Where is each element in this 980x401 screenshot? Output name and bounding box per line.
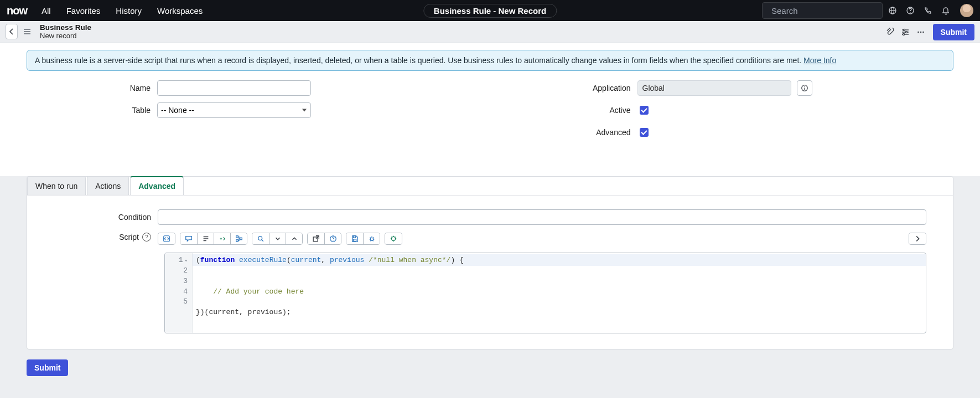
toolbar-run-icon[interactable]	[385, 233, 402, 244]
nav-all[interactable]: All	[35, 0, 58, 21]
help-icon[interactable]	[903, 3, 918, 18]
script-toolbar	[158, 233, 926, 245]
active-label: Active	[507, 106, 637, 115]
attachments-icon[interactable]	[882, 24, 898, 40]
script-editor[interactable]: 1▾ 2 3 4 5 (function executeRule(current…	[164, 253, 926, 333]
more-actions-icon[interactable]	[913, 24, 929, 40]
svg-rect-31	[236, 240, 238, 242]
application-info-icon[interactable]	[797, 80, 812, 96]
toolbar-chevron-up-icon[interactable]	[286, 233, 302, 244]
toolbar-help-icon[interactable]	[324, 233, 341, 244]
toolbar-vars-icon[interactable]	[214, 233, 230, 244]
svg-rect-32	[240, 238, 242, 240]
bell-icon[interactable]	[938, 3, 953, 18]
script-help-icon[interactable]: ?	[142, 233, 151, 241]
tabs-strip: When to run Actions Advanced	[27, 177, 953, 196]
nav-history[interactable]: History	[109, 0, 148, 21]
page-title-block: Business Rule New record	[40, 24, 91, 40]
form-header-bar: Business Rule New record Submit	[0, 21, 980, 43]
toolbar-save-icon[interactable]	[346, 233, 363, 244]
svg-point-40	[370, 238, 373, 240]
application-readonly: Global	[637, 80, 791, 96]
nav-favorites[interactable]: Favorites	[60, 0, 107, 21]
page-subtitle: New record	[40, 32, 91, 40]
active-checkbox[interactable]	[640, 106, 649, 115]
info-banner-text: A business rule is a server-side script …	[35, 56, 803, 65]
name-input[interactable]	[157, 80, 311, 96]
svg-point-19	[903, 33, 904, 35]
svg-point-33	[258, 237, 262, 240]
svg-point-21	[920, 31, 921, 33]
nav-workspaces[interactable]: Workspaces	[151, 0, 209, 21]
top-nav-bar: now All Favorites History Workspaces Bus…	[0, 0, 980, 21]
context-pill[interactable]: Business Rule - New Record	[423, 4, 557, 18]
svg-point-22	[922, 31, 924, 33]
user-avatar[interactable]	[960, 4, 973, 17]
more-info-link[interactable]: More Info	[803, 56, 836, 65]
svg-point-15	[903, 29, 905, 30]
svg-point-37	[333, 240, 333, 241]
tab-advanced[interactable]: Advanced	[130, 176, 184, 195]
info-banner: A business rule is a server-side script …	[27, 50, 953, 71]
script-label: Script	[119, 233, 139, 241]
global-search-input[interactable]	[770, 6, 878, 16]
svg-line-34	[262, 240, 263, 241]
gutter: 1▾ 2 3 4 5	[165, 253, 193, 333]
table-select[interactable]: -- None --	[157, 102, 311, 118]
phone-icon[interactable]	[920, 3, 936, 18]
svg-rect-39	[353, 239, 356, 241]
name-label: Name	[27, 84, 157, 92]
page-title: Business Rule	[40, 24, 91, 32]
table-label: Table	[27, 106, 157, 115]
svg-point-25	[804, 86, 805, 86]
code-lines[interactable]: (function executeRule(current, previous …	[193, 253, 926, 333]
toolbar-tree-icon[interactable]	[230, 233, 247, 244]
application-label: Application	[507, 84, 637, 92]
global-search[interactable]	[762, 2, 883, 19]
back-button[interactable]	[6, 24, 18, 39]
context-title: Business Rule - New Record	[434, 6, 546, 16]
toolbar-expand-icon[interactable]	[909, 233, 926, 244]
fold-icon[interactable]: ▾	[185, 258, 188, 265]
svg-rect-30	[236, 236, 238, 238]
globe-icon[interactable]	[885, 3, 900, 18]
settings-sliders-icon[interactable]	[898, 24, 913, 40]
script-label-wrap: Script ?	[54, 233, 158, 241]
condition-input[interactable]	[158, 209, 926, 225]
svg-point-20	[917, 31, 919, 33]
context-menu-icon[interactable]	[21, 24, 33, 39]
tab-when-to-run[interactable]: When to run	[27, 176, 86, 195]
submit-button-footer[interactable]: Submit	[27, 359, 68, 376]
toolbar-chevron-down-icon[interactable]	[269, 233, 286, 244]
tab-actions[interactable]: Actions	[87, 176, 129, 195]
advanced-checkbox[interactable]	[640, 128, 649, 137]
advanced-label: Advanced	[507, 128, 637, 137]
svg-point-17	[905, 31, 907, 33]
toolbar-debug-icon[interactable]	[363, 233, 380, 244]
toolbar-popout-icon[interactable]	[308, 233, 324, 244]
svg-rect-38	[353, 236, 355, 238]
condition-label: Condition	[54, 213, 158, 222]
toolbar-search-icon[interactable]	[252, 233, 269, 244]
toolbar-comment-icon[interactable]	[180, 233, 197, 244]
logo: now	[7, 4, 27, 17]
toolbar-format-icon[interactable]	[197, 233, 214, 244]
toolbar-script-info-icon[interactable]	[158, 233, 175, 244]
submit-button-header[interactable]: Submit	[933, 24, 974, 40]
svg-point-10	[910, 12, 910, 13]
